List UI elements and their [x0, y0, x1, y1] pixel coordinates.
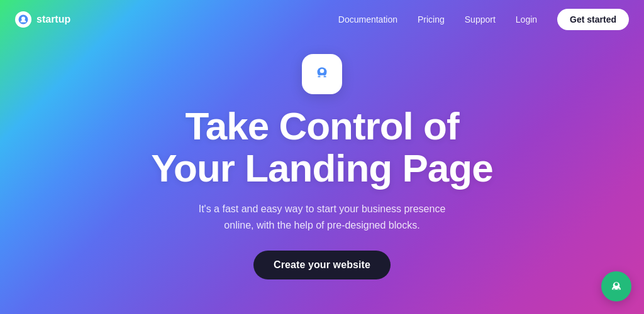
nav-support[interactable]: Support — [465, 14, 496, 24]
hero-title-line2: Your Landing Page — [151, 146, 492, 190]
nav-links: Documentation Pricing Support Login Get … — [338, 9, 629, 30]
floating-chat-icon[interactable] — [601, 271, 631, 301]
navbar: startup Documentation Pricing Support Lo… — [0, 0, 644, 39]
hero-subtitle: It's a fast and easy way to start your b… — [184, 201, 460, 233]
hero-section: startup Documentation Pricing Support Lo… — [0, 0, 644, 314]
nav-pricing[interactable]: Pricing — [418, 14, 445, 24]
hero-content: Take Control of Your Landing Page It's a… — [138, 54, 505, 279]
logo-icon — [15, 11, 31, 28]
svg-rect-6 — [324, 76, 326, 77]
hero-title: Take Control of Your Landing Page — [151, 106, 492, 190]
svg-rect-9 — [613, 289, 616, 290]
svg-point-4 — [320, 69, 325, 73]
get-started-button[interactable]: Get started — [557, 9, 629, 30]
hero-title-line1: Take Control of — [185, 104, 458, 148]
svg-point-1 — [21, 17, 25, 21]
hero-logo-icon — [302, 54, 342, 94]
nav-login[interactable]: Login — [516, 14, 537, 24]
svg-rect-5 — [318, 76, 320, 77]
svg-rect-10 — [618, 289, 620, 290]
logo-text: startup — [36, 14, 70, 25]
nav-documentation[interactable]: Documentation — [338, 14, 397, 24]
logo[interactable]: startup — [15, 11, 70, 28]
create-website-button[interactable]: Create your website — [253, 251, 391, 279]
svg-point-8 — [614, 283, 618, 286]
